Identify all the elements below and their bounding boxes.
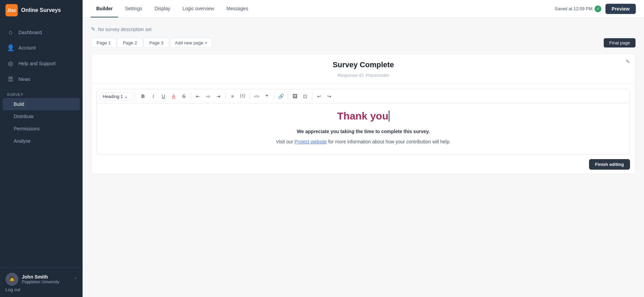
edit-pencil-button[interactable]: ✎ — [626, 58, 630, 65]
appreciate-text: We appreciate you taking the time to com… — [108, 129, 619, 134]
text-cursor — [389, 111, 389, 122]
page-tab-3[interactable]: Page 3 — [143, 38, 169, 48]
finish-editing-button[interactable]: Finish editing — [589, 159, 630, 170]
toolbar-divider-3 — [225, 93, 226, 100]
avatar: 🧔 — [5, 273, 18, 286]
numbered-list-button[interactable]: ⑴ — [238, 91, 247, 101]
top-nav-right: Saved at 12:09 PM ✓ Preview — [555, 4, 636, 14]
toolbar-divider-1 — [136, 93, 136, 100]
saved-text: Saved at 12:09 PM — [555, 6, 592, 11]
main-content: Builder Settings Display Logic overview … — [83, 0, 644, 297]
user-info: John Smith Poppleton University — [22, 274, 70, 284]
survey-desc-bar: ✎ No survey description set — [91, 23, 636, 38]
add-page-button[interactable]: Add new page + — [170, 38, 213, 48]
redo-button[interactable]: ↪ — [325, 91, 334, 101]
image-button[interactable]: 🖼 — [290, 91, 300, 101]
preview-button[interactable]: Preview — [605, 4, 636, 14]
sidebar-footer: 🧔 John Smith Poppleton University ⌃ Log … — [0, 268, 83, 297]
align-right-button[interactable]: ⇥ — [214, 91, 223, 101]
sidebar-item-distribute[interactable]: Distribute — [0, 110, 83, 123]
account-icon: 👤 — [7, 44, 14, 52]
page-tab-2[interactable]: Page 2 — [117, 38, 143, 48]
toolbar-divider-4 — [249, 93, 250, 100]
help-icon: ◎ — [7, 60, 14, 67]
table-button[interactable]: ⊡ — [300, 91, 310, 101]
code-button[interactable]: </> — [252, 91, 261, 101]
news-icon: ☰ — [7, 75, 14, 83]
sidebar-item-account[interactable]: 👤 Account — [0, 40, 83, 56]
toolbar-divider-5 — [274, 93, 274, 100]
desc-icon: ✎ — [91, 26, 95, 32]
survey-section-label: SURVEY — [0, 90, 83, 98]
plus-icon: + — [205, 40, 207, 45]
tab-messages[interactable]: Messages — [221, 0, 254, 17]
tab-settings[interactable]: Settings — [119, 0, 148, 17]
toolbar-divider-6 — [288, 93, 288, 100]
survey-card: ✎ Survey Complete Response ID: Placehold… — [91, 53, 636, 174]
strikethrough-button[interactable]: S — [179, 91, 189, 101]
italic-button[interactable]: I — [148, 91, 158, 101]
sidebar-header: Jisc Online Surveys — [0, 0, 83, 20]
sidebar-item-build[interactable]: Build — [3, 98, 80, 110]
undo-button[interactable]: ↩ — [314, 91, 324, 101]
toolbar-divider-7 — [312, 93, 312, 100]
response-id-placeholder: Placeholder — [366, 73, 389, 78]
page-tabs: Page 1 Page 2 Page 3 Add new page + — [91, 38, 212, 48]
app-name: Online Surveys — [21, 7, 61, 13]
page-content: ✎ No survey description set Page 1 Page … — [83, 18, 644, 297]
survey-section: SURVEY Build Distribute Permissions Anal… — [0, 87, 83, 150]
project-website-link[interactable]: Project website — [295, 139, 327, 144]
align-left-button[interactable]: ⇤ — [193, 91, 203, 101]
bold-button[interactable]: B — [138, 91, 148, 101]
color-button[interactable]: A — [169, 91, 178, 101]
underline-button[interactable]: U — [159, 91, 168, 101]
tab-builder[interactable]: Builder — [91, 0, 118, 17]
home-icon: ⌂ — [7, 29, 14, 36]
user-profile[interactable]: 🧔 John Smith Poppleton University ⌃ — [5, 273, 77, 286]
visit-text: Visit our Project website for more infor… — [108, 139, 619, 144]
sidebar-item-news[interactable]: ☰ News — [0, 71, 83, 87]
user-org: Poppleton University — [22, 280, 70, 284]
visit-prefix: Visit our — [276, 139, 295, 144]
page-tabs-row: Page 1 Page 2 Page 3 Add new page + Fina… — [91, 38, 636, 48]
tab-display[interactable]: Display — [149, 0, 176, 17]
heading-select[interactable]: Heading 1 ⌄ — [100, 93, 134, 100]
top-nav-tabs: Builder Settings Display Logic overview … — [91, 0, 254, 17]
sidebar-item-help[interactable]: ◎ Help and Support — [0, 56, 83, 71]
page-tab-1[interactable]: Page 1 — [91, 38, 116, 48]
sidebar-nav: ⌂ Dashboard 👤 Account ◎ Help and Support… — [0, 20, 83, 268]
finish-editing-row: Finish editing — [91, 155, 635, 174]
rich-text-editor: Heading 1 ⌄ B I U A S ⇤ ⇨ ⇥ ≡ ⑴ — [97, 89, 630, 155]
sidebar-item-label: Account — [18, 45, 36, 51]
jisc-logo: Jisc — [5, 4, 18, 16]
survey-complete-title: Survey Complete — [333, 60, 394, 69]
top-nav: Builder Settings Display Logic overview … — [83, 0, 644, 18]
heading-select-label: Heading 1 — [103, 94, 123, 99]
sidebar-item-label: Dashboard — [18, 30, 42, 35]
response-id-row: Response ID: Placeholder — [338, 73, 389, 78]
sidebar-item-permissions[interactable]: Permissions — [0, 123, 83, 135]
sidebar-item-dashboard[interactable]: ⌂ Dashboard — [0, 25, 83, 40]
blockquote-button[interactable]: ❝ — [262, 91, 272, 101]
align-center-button[interactable]: ⇨ — [203, 91, 213, 101]
link-button[interactable]: 🔗 — [276, 91, 286, 101]
sidebar: Jisc Online Surveys ⌂ Dashboard 👤 Accoun… — [0, 0, 83, 297]
survey-desc-text: No survey description set — [98, 27, 152, 32]
chevron-down-icon: ⌄ — [124, 94, 128, 99]
saved-badge: Saved at 12:09 PM ✓ — [555, 5, 601, 12]
sidebar-item-label: News — [18, 76, 30, 82]
user-name: John Smith — [22, 274, 70, 280]
tab-logic[interactable]: Logic overview — [177, 0, 220, 17]
thank-you-heading: Thank you — [108, 110, 619, 122]
visit-suffix: for more information about how your cont… — [327, 139, 451, 144]
chevron-icon: ⌃ — [74, 277, 77, 282]
logout-link[interactable]: Log out — [5, 286, 77, 292]
sidebar-item-label: Help and Support — [18, 61, 56, 66]
add-page-label: Add new page — [175, 40, 203, 45]
final-page-button[interactable]: Final page — [603, 38, 636, 48]
rte-toolbar: Heading 1 ⌄ B I U A S ⇤ ⇨ ⇥ ≡ ⑴ — [97, 89, 630, 103]
sidebar-item-analyse[interactable]: Analyse — [0, 135, 83, 147]
rte-content[interactable]: Thank you We appreciate you taking the t… — [97, 103, 630, 155]
bullet-list-button[interactable]: ≡ — [228, 91, 237, 101]
response-id-label: Response ID: — [338, 73, 364, 78]
